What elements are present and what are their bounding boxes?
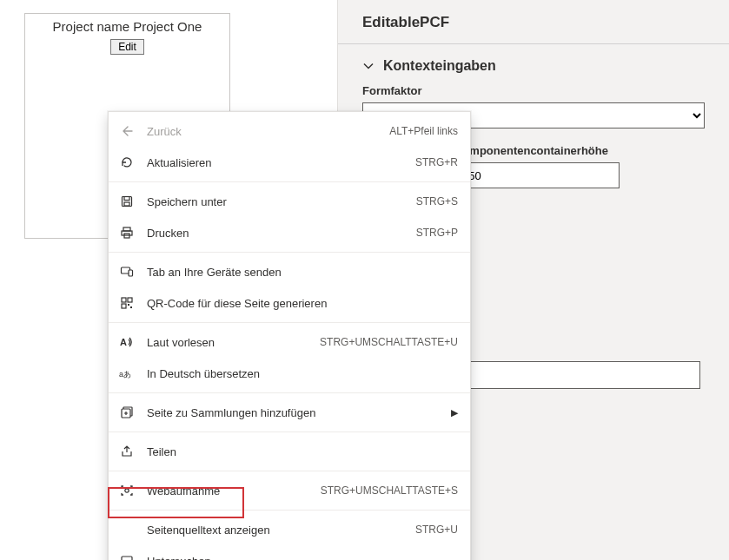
project-name-value: Project One [133, 19, 202, 34]
qrcode-icon [119, 295, 135, 311]
divider [338, 43, 729, 44]
menu-share[interactable]: Teilen [109, 436, 470, 467]
print-icon [119, 225, 135, 240]
menu-collections-label: Seite zu Sammlungen hinzufügen [147, 406, 442, 419]
section-context-inputs[interactable]: Kontexteingaben [362, 58, 705, 74]
menu-web-capture[interactable]: Webaufnahme STRG+UMSCHALTTASTE+S [109, 475, 470, 506]
menu-print-label: Drucken [147, 227, 408, 240]
menu-refresh-label: Aktualisieren [147, 156, 407, 169]
menu-read-aloud-label: Laut vorlesen [147, 336, 311, 349]
menu-separator [109, 181, 470, 182]
menu-back[interactable]: Zurück ALT+Pfeil links [109, 115, 470, 147]
svg-point-16 [125, 489, 129, 492]
collections-icon [119, 405, 135, 420]
svg-rect-11 [128, 304, 129, 306]
svg-rect-12 [130, 306, 132, 308]
menu-save-as-label: Speichern unter [147, 195, 408, 208]
menu-back-shortcut: ALT+Pfeil links [389, 125, 458, 137]
project-name-line: Project name Project One [25, 14, 229, 34]
menu-web-capture-shortcut: STRG+UMSCHALTTASTE+S [321, 484, 458, 497]
refresh-icon [119, 155, 135, 170]
svg-rect-10 [122, 304, 126, 308]
browser-context-menu: Zurück ALT+Pfeil links Aktualisieren STR… [108, 111, 471, 560]
share-icon [119, 444, 135, 459]
svg-rect-17 [122, 557, 132, 560]
menu-view-source-shortcut: STRG+U [415, 524, 458, 536]
menu-separator [109, 432, 470, 432]
svg-text:aあ: aあ [119, 370, 131, 379]
menu-send-tab-label: Tab an Ihre Geräte senden [147, 266, 458, 279]
inspect-icon [119, 553, 135, 560]
chevron-down-icon [362, 60, 374, 72]
menu-separator [109, 392, 470, 393]
height-label: Komponentencontainerhöhe [454, 144, 620, 157]
svg-rect-8 [122, 298, 126, 302]
menu-print-shortcut: STRG+P [416, 227, 458, 239]
panel-title: EditablePCF [362, 14, 705, 31]
menu-translate-label: In Deutsch übersetzen [147, 367, 458, 380]
svg-rect-9 [128, 298, 132, 302]
translate-icon: aあ [119, 366, 135, 381]
svg-rect-0 [123, 197, 132, 207]
read-aloud-icon: A [119, 334, 135, 350]
menu-read-aloud[interactable]: A Laut vorlesen STRG+UMSCHALTTASTE+U [109, 326, 470, 358]
menu-separator [109, 322, 470, 323]
project-name-prefix: Project name [53, 19, 129, 34]
svg-rect-7 [129, 270, 133, 276]
menu-view-source[interactable]: Seitenquelltext anzeigen STRG+U [109, 514, 470, 545]
blank-icon [119, 522, 135, 537]
menu-web-capture-label: Webaufnahme [147, 484, 312, 497]
menu-translate[interactable]: aあ In Deutsch übersetzen [109, 358, 470, 389]
svg-text:A: A [120, 337, 127, 347]
menu-print[interactable]: Drucken STRG+P [109, 217, 470, 248]
menu-refresh[interactable]: Aktualisieren STRG+R [109, 147, 470, 178]
web-capture-icon [119, 483, 135, 498]
menu-separator [109, 471, 470, 471]
menu-view-source-label: Seitenquelltext anzeigen [147, 524, 407, 537]
svg-rect-2 [124, 202, 129, 206]
container-height-input[interactable] [454, 162, 620, 188]
menu-separator [109, 252, 470, 253]
menu-add-to-collections[interactable]: Seite zu Sammlungen hinzufügen ▶ [109, 397, 470, 428]
menu-share-label: Teilen [147, 445, 458, 458]
menu-save-as[interactable]: Speichern unter STRG+S [109, 186, 470, 217]
menu-send-tab[interactable]: Tab an Ihre Geräte senden [109, 256, 470, 287]
formfactor-label: Formfaktor [362, 84, 705, 97]
menu-refresh-shortcut: STRG+R [415, 156, 458, 168]
menu-separator [109, 510, 470, 511]
svg-rect-1 [124, 197, 129, 201]
save-icon [119, 194, 135, 209]
menu-save-as-shortcut: STRG+S [416, 195, 458, 208]
edit-button[interactable]: Edit [110, 39, 144, 55]
devices-icon [119, 264, 135, 280]
svg-rect-3 [123, 227, 130, 231]
section-title: Kontexteingaben [383, 58, 496, 74]
menu-inspect-label: Untersuchen [147, 555, 458, 561]
menu-inspect[interactable]: Untersuchen [109, 545, 470, 560]
menu-qrcode[interactable]: QR-Code für diese Seite generieren [109, 287, 470, 319]
menu-back-label: Zurück [147, 125, 381, 138]
back-arrow-icon [119, 123, 135, 139]
submenu-arrow-icon: ▶ [451, 407, 458, 418]
menu-read-aloud-shortcut: STRG+UMSCHALTTASTE+U [320, 336, 458, 348]
menu-qrcode-label: QR-Code für diese Seite generieren [147, 297, 458, 310]
